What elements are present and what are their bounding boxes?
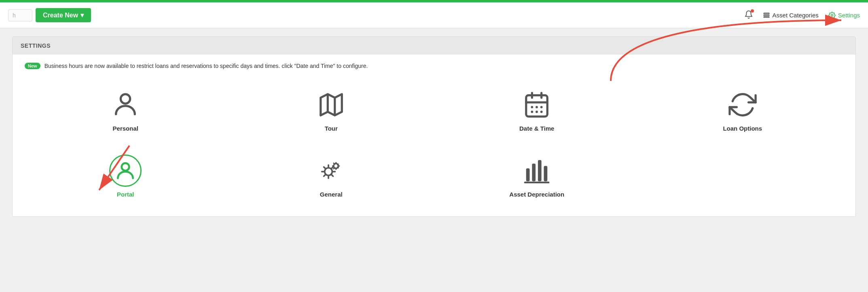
calendar-icon (523, 91, 551, 119)
portal-icon-wrap (109, 154, 142, 187)
settings-panel-title: SETTINGS (13, 37, 855, 55)
settings-item-portal[interactable]: Portal (25, 146, 227, 204)
asset-categories-icon (763, 12, 770, 19)
svg-point-11 (531, 111, 534, 113)
settings-panel: SETTINGS New Bus (12, 36, 856, 217)
svg-rect-18 (532, 164, 536, 182)
settings-body: New Business hours are now available to … (13, 55, 855, 216)
settings-item-personal[interactable]: Personal (25, 80, 227, 138)
notice-bar: New Business hours are now available to … (25, 63, 843, 69)
notice-text: Business hours are now available to rest… (44, 63, 368, 69)
portal-person-icon (114, 159, 137, 182)
svg-rect-2 (764, 17, 769, 17)
date-time-icon-wrap (521, 89, 553, 121)
svg-point-10 (540, 106, 543, 108)
notification-bell[interactable] (744, 10, 753, 21)
settings-item-loan-options[interactable]: Loan Options (642, 80, 844, 138)
chevron-down-icon: ▾ (80, 11, 84, 19)
svg-rect-7 (526, 95, 548, 116)
settings-item-date-time[interactable]: Date & Time (436, 80, 638, 138)
svg-rect-20 (544, 166, 548, 181)
new-badge: New (25, 63, 40, 69)
asset-categories-nav[interactable]: Asset Categories (763, 12, 819, 19)
asset-categories-label: Asset Categories (773, 12, 819, 19)
tour-label: Tour (325, 125, 338, 132)
svg-point-3 (831, 14, 833, 16)
svg-point-13 (540, 111, 543, 113)
asset-depreciation-label: Asset Depreciation (509, 191, 564, 198)
date-time-label: Date & Time (519, 125, 554, 132)
loan-options-icon-wrap (726, 89, 759, 121)
svg-rect-1 (764, 15, 769, 15)
create-new-label: Create New (43, 12, 78, 19)
svg-rect-0 (764, 13, 769, 14)
settings-label: Settings (838, 12, 860, 19)
search-input[interactable] (8, 9, 32, 21)
header-right: Asset Categories Settings (744, 10, 860, 21)
gears-icon (317, 157, 345, 185)
svg-point-14 (122, 163, 129, 171)
personal-icon-wrap (109, 89, 142, 121)
settings-grid: Personal Tour (25, 80, 843, 204)
settings-item-tour[interactable]: Tour (231, 80, 432, 138)
svg-point-8 (531, 106, 534, 108)
map-icon (317, 91, 345, 119)
tour-icon-wrap (315, 89, 347, 121)
create-new-button[interactable]: Create New ▾ (36, 8, 91, 22)
main-content: SETTINGS New Bus (0, 28, 868, 225)
svg-point-15 (324, 168, 332, 176)
general-icon-wrap (315, 154, 347, 187)
header-left: Create New ▾ (8, 8, 91, 22)
header: Create New ▾ Asset Categories (0, 2, 868, 28)
svg-point-9 (536, 106, 538, 108)
svg-rect-19 (538, 160, 542, 182)
notification-dot (751, 9, 754, 13)
settings-item-general[interactable]: General (231, 146, 432, 204)
asset-depreciation-icon-wrap (521, 154, 553, 187)
svg-point-12 (536, 111, 538, 113)
personal-label: Personal (113, 125, 138, 132)
general-label: General (320, 191, 343, 198)
svg-point-6 (121, 94, 130, 104)
sync-icon (728, 91, 757, 119)
chart-icon (523, 157, 551, 185)
settings-item-asset-depreciation[interactable]: Asset Depreciation (436, 146, 638, 204)
portal-label: Portal (117, 191, 134, 198)
svg-rect-17 (526, 168, 530, 181)
loan-options-label: Loan Options (723, 125, 762, 132)
person-icon (111, 91, 140, 119)
settings-nav[interactable]: Settings (828, 12, 860, 19)
settings-icon (828, 12, 836, 19)
